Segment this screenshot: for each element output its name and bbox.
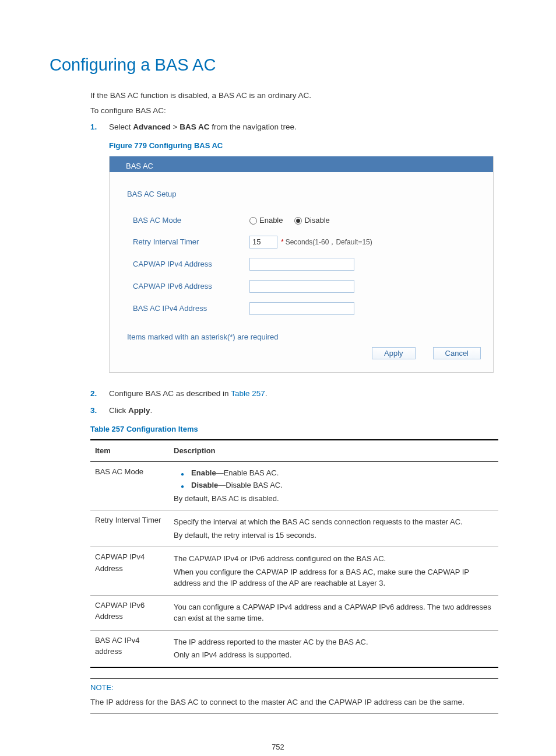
radio-icon	[249, 217, 257, 225]
desc-line: Specify the interval at which the BAS AC…	[174, 516, 494, 528]
step-1: 1. Select Advanced > BAS AC from the nav…	[90, 121, 506, 133]
input-capwap-ipv4[interactable]	[249, 258, 354, 271]
desc-bullet: ●Enable—Enable BAS AC.	[174, 467, 494, 479]
step-text: Configure BAS AC as described in Table 2…	[109, 388, 267, 400]
radio-icon	[294, 217, 302, 225]
step-text: Click Apply.	[109, 405, 152, 416]
radio-label-enable: Enable	[259, 215, 283, 226]
intro-line-2: To configure BAS AC:	[90, 105, 506, 117]
desc-line: Only an IPv4 address is supported.	[174, 649, 494, 661]
cancel-button[interactable]: Cancel	[433, 347, 481, 359]
cell-description: The IP address reported to the master AC…	[169, 630, 498, 667]
desc-bullet: ●Disable—Disable BAS AC.	[174, 480, 494, 491]
bullet-icon: ●	[181, 482, 184, 491]
intro-line-1: If the BAS AC function is disabled, a BA…	[90, 90, 506, 102]
figure-caption: Figure 779 Configuring BAS AC	[109, 140, 506, 152]
note-block: NOTE: The IP address for the BAS AC to c…	[90, 678, 498, 713]
desc-line: By default, the retry interval is 15 sec…	[174, 530, 494, 541]
cell-description: You can configure a CAPWAP IPv4 address …	[169, 595, 498, 630]
radio-label-disable: Disable	[304, 215, 329, 226]
step-number: 3.	[90, 405, 109, 416]
required-star: *	[281, 238, 284, 246]
col-header-item: Item	[90, 440, 169, 461]
button-row: Apply Cancel	[127, 342, 476, 366]
table-row: BAS AC Mode ●Enable—Enable BAS AC. ●Disa…	[90, 461, 498, 510]
page-heading: Configuring a BAS AC	[50, 52, 506, 78]
desc-text: —Enable BAS AC.	[216, 468, 279, 477]
cell-description: ●Enable—Enable BAS AC. ●Disable—Disable …	[169, 461, 498, 510]
table-row: Retry Interval Timer Specify the interva…	[90, 510, 498, 547]
input-retry-interval[interactable]	[249, 236, 277, 249]
row-capwap-ipv4: CAPWAP IPv4 Address	[127, 253, 476, 275]
hint-text-content: Seconds(1-60，Default=15)	[286, 238, 372, 246]
required-note: Items marked with an asterisk(*) are req…	[127, 331, 476, 343]
cell-description: Specify the interval at which the BAS AC…	[169, 510, 498, 547]
step-text-bold: BAS AC	[180, 123, 209, 131]
label-capwap-ipv6: CAPWAP IPv6 Address	[133, 281, 249, 292]
step-text-post: .	[265, 389, 268, 398]
input-capwap-ipv6[interactable]	[249, 280, 354, 293]
desc-line: By default, BAS AC is disabled.	[174, 493, 494, 505]
input-bas-ac-ipv4[interactable]	[249, 302, 354, 315]
step-list-cont: 2. Configure BAS AC as described in Tabl…	[90, 388, 506, 416]
step-text-bold: Apply	[128, 406, 150, 415]
desc-text: —Disable BAS AC.	[218, 481, 283, 489]
row-capwap-ipv6: CAPWAP IPv6 Address	[127, 275, 476, 298]
step-text-part: Configure BAS AC as described in	[109, 389, 231, 398]
radio-group-mode: Enable Disable	[249, 215, 342, 226]
step-text: Select Advanced > BAS AC from the naviga…	[109, 121, 297, 133]
page-number: 752	[50, 741, 506, 753]
table-row: CAPWAP IPv6 Address You can configure a …	[90, 595, 498, 630]
desc-line: You can configure a CAPWAP IPv4 address …	[174, 601, 494, 624]
step-text-post: from the navigation tree.	[209, 123, 296, 131]
tab-bar: BAS AC	[110, 156, 493, 172]
desc-bold: Enable	[191, 468, 216, 477]
col-header-description: Description	[169, 440, 498, 461]
radio-enable[interactable]: Enable	[249, 215, 283, 226]
step-text-part: Click	[109, 406, 128, 415]
desc-line: The IP address reported to the master AC…	[174, 636, 494, 648]
bullet-icon: ●	[181, 470, 184, 478]
step-text-bold: Advanced	[133, 123, 171, 131]
intro-block: If the BAS AC function is disabled, a BA…	[90, 90, 506, 117]
table-row: CAPWAP IPv4 Address The CAPWAP IPv4 or I…	[90, 547, 498, 596]
label-retry-interval: Retry Interval Timer	[133, 236, 249, 248]
cell-item: BAS AC Mode	[90, 461, 169, 510]
hint-retry: *Seconds(1-60，Default=15)	[281, 237, 372, 247]
row-retry-interval: Retry Interval Timer *Seconds(1-60，Defau…	[127, 231, 476, 253]
apply-button[interactable]: Apply	[372, 347, 416, 359]
step-text-post: .	[150, 406, 153, 415]
step-number: 1.	[90, 121, 109, 133]
desc-line: When you configure the CAPWAP IP address…	[174, 566, 494, 589]
row-bas-ac-mode: BAS AC Mode Enable Disable	[127, 210, 476, 231]
step-2: 2. Configure BAS AC as described in Tabl…	[90, 388, 506, 400]
note-text: The IP address for the BAS AC to connect…	[90, 695, 498, 711]
tab-bas-ac[interactable]: BAS AC	[110, 158, 170, 174]
radio-disable[interactable]: Disable	[294, 215, 329, 226]
step-number: 2.	[90, 388, 109, 400]
table-caption: Table 257 Configuration Items	[90, 424, 506, 435]
step-text-mid: >	[171, 123, 180, 131]
screenshot-panel: BAS AC BAS AC Setup BAS AC Mode Enable D…	[109, 156, 494, 373]
note-label: NOTE:	[90, 680, 498, 695]
cell-item: Retry Interval Timer	[90, 510, 169, 547]
panel-body: BAS AC Setup BAS AC Mode Enable Disable …	[110, 172, 493, 373]
table-header-row: Item Description	[90, 440, 498, 461]
step-list: 1. Select Advanced > BAS AC from the nav…	[90, 121, 506, 133]
table-xref-link[interactable]: Table 257	[231, 389, 265, 398]
cell-description: The CAPWAP IPv4 or IPv6 address configur…	[169, 547, 498, 596]
desc-line: The CAPWAP IPv4 or IPv6 address configur…	[174, 553, 494, 565]
label-bas-ac-mode: BAS AC Mode	[133, 215, 249, 226]
label-bas-ac-ipv4: BAS AC IPv4 Address	[133, 303, 249, 314]
label-capwap-ipv4: CAPWAP IPv4 Address	[133, 258, 249, 270]
step-text-pre: Select	[109, 123, 133, 131]
table-row: BAS AC IPv4 address The IP address repor…	[90, 630, 498, 667]
desc-bold: Disable	[191, 481, 218, 489]
config-table: Item Description BAS AC Mode ●Enable—Ena…	[90, 439, 498, 668]
row-bas-ac-ipv4: BAS AC IPv4 Address	[127, 298, 476, 320]
step-3: 3. Click Apply.	[90, 405, 506, 416]
cell-item: CAPWAP IPv6 Address	[90, 595, 169, 630]
cell-item: CAPWAP IPv4 Address	[90, 547, 169, 596]
section-header: BAS AC Setup	[127, 188, 476, 204]
cell-item: BAS AC IPv4 address	[90, 630, 169, 667]
